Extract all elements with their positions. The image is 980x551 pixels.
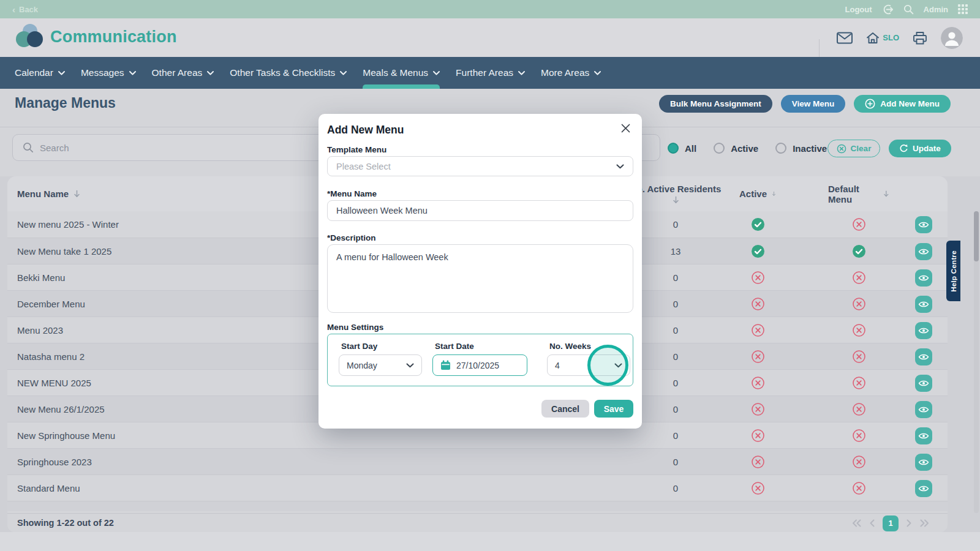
column-default-menu[interactable]: Default Menu (828, 176, 889, 211)
clear-label: Clear (851, 144, 872, 153)
nav-item[interactable]: Other Tasks & Checklists (230, 57, 347, 89)
nav-item[interactable]: Further Areas (456, 57, 525, 89)
avatar[interactable] (941, 27, 963, 49)
first-page-button[interactable] (852, 519, 862, 527)
update-label: Update (913, 144, 941, 153)
view-menu-button[interactable]: View Menu (781, 95, 846, 113)
chevron-down-icon (340, 71, 347, 75)
app-logo (16, 24, 44, 51)
description-textarea[interactable]: A menu for Halloween Week (327, 244, 633, 313)
apps-grid-icon[interactable] (958, 4, 968, 14)
cross-circle-icon (739, 291, 776, 317)
eye-icon (918, 274, 929, 282)
nav-item[interactable]: More Areas (541, 57, 601, 89)
topbar-right: Logout Admin (845, 4, 968, 15)
table-row[interactable]: Standard Menu 0 (7, 474, 948, 501)
cross-circle-icon (828, 343, 889, 370)
view-row-button[interactable] (915, 348, 932, 365)
view-row-button[interactable] (915, 322, 932, 339)
no-weeks-select[interactable]: 4 (547, 354, 630, 376)
scrollbar-thumb[interactable] (974, 211, 979, 261)
header-icons: SLO (837, 18, 963, 57)
start-day-label: Start Day (341, 342, 377, 351)
menu-settings-box: Start Day Monday Start Date 27/10/2025 N… (327, 334, 633, 386)
cross-circle-icon (739, 264, 776, 291)
template-menu-select[interactable]: Please Select (327, 156, 633, 176)
mail-icon (837, 32, 853, 44)
chevron-down-icon (518, 71, 525, 75)
radio-active[interactable]: Active (714, 143, 758, 154)
nav-item[interactable]: Calendar (15, 57, 65, 89)
active-residents-cell: 0 (651, 370, 700, 396)
chevron-down-icon (207, 71, 214, 75)
add-new-menu-button[interactable]: Add New Menu (854, 95, 951, 113)
view-row-button[interactable] (915, 216, 932, 233)
view-row-button[interactable] (915, 480, 932, 497)
page-number-button[interactable]: 1 (883, 515, 899, 531)
view-row-button[interactable] (915, 296, 932, 313)
nav-item[interactable]: Other Areas (152, 57, 214, 89)
admin-link[interactable]: Admin (924, 5, 948, 14)
view-row-button[interactable] (915, 243, 932, 260)
view-row-button[interactable] (915, 401, 932, 418)
column-menu-name[interactable]: Menu Name (17, 176, 80, 211)
view-row-button[interactable] (915, 454, 932, 471)
close-button[interactable] (619, 121, 633, 135)
column-active[interactable]: Active (739, 176, 776, 211)
menu-name-input[interactable] (327, 200, 633, 221)
template-menu-placeholder: Please Select (336, 162, 391, 171)
top-utility-bar: ‹ Back Logout Admin (0, 0, 980, 18)
menu-name-cell: New Springhouse Menu (17, 422, 115, 449)
home-icon (866, 32, 880, 44)
bulk-menu-assignment-button[interactable]: Bulk Menu Assignment (659, 95, 772, 113)
nav-item[interactable]: Messages (81, 57, 136, 89)
column-label: Active (739, 189, 767, 199)
double-chevron-right-icon (919, 519, 929, 527)
table-row[interactable]: Springhouse 2023 0 (7, 448, 948, 474)
view-row-button[interactable] (915, 269, 932, 287)
cancel-button[interactable]: Cancel (541, 400, 589, 418)
start-day-select[interactable]: Monday (339, 354, 422, 376)
eye-icon (918, 379, 929, 388)
mail-button[interactable] (837, 32, 853, 44)
help-centre-tab[interactable]: Help Centre (946, 241, 960, 301)
search-icon[interactable] (903, 4, 914, 15)
eye-icon (918, 247, 929, 256)
home-button[interactable]: SLO (866, 32, 899, 44)
logout-icon[interactable] (882, 4, 894, 15)
last-page-button[interactable] (919, 519, 929, 527)
start-date-input[interactable]: 27/10/2025 (432, 354, 527, 376)
page-actions: Bulk Menu Assignment View Menu Add New M… (659, 95, 951, 113)
update-button[interactable]: Update (889, 140, 951, 157)
save-button[interactable]: Save (594, 400, 633, 418)
view-row-button[interactable] (915, 427, 932, 444)
table-scrollbar (974, 211, 979, 513)
template-menu-label: Template Menu (327, 145, 386, 154)
menu-name-label: *Menu Name (327, 189, 377, 198)
no-weeks-label: No. Weeks (549, 342, 591, 351)
back-button[interactable]: ‹ Back (12, 5, 38, 14)
active-residents-cell: 0 (651, 449, 700, 475)
cross-circle-icon (739, 422, 776, 449)
active-residents-cell: 13 (651, 238, 700, 264)
radio-all[interactable]: All (668, 143, 696, 154)
nav-item[interactable]: Meals & Menus (363, 57, 440, 89)
logout-link[interactable]: Logout (845, 5, 872, 14)
next-page-button[interactable] (906, 519, 912, 527)
radio-inactive[interactable]: Inactive (775, 143, 827, 154)
add-new-menu-label: Add New Menu (880, 99, 940, 108)
cross-circle-icon (828, 317, 889, 343)
cross-circle-icon (828, 264, 889, 291)
nav-item-label: Calendar (15, 67, 53, 78)
view-row-button[interactable] (915, 375, 932, 392)
menu-name-cell: NEW MENU 2025 (17, 370, 91, 396)
clear-button[interactable]: Clear (827, 140, 880, 157)
description-label: *Description (327, 233, 376, 242)
nav-item-label: Meals & Menus (363, 67, 428, 78)
double-chevron-left-icon (852, 519, 862, 527)
prev-page-button[interactable] (869, 519, 875, 527)
status-filter-radios: All Active Inactive (668, 139, 827, 157)
print-button[interactable] (913, 31, 927, 45)
sort-arrow-icon (74, 190, 80, 198)
active-residents-cell: 0 (651, 264, 700, 291)
